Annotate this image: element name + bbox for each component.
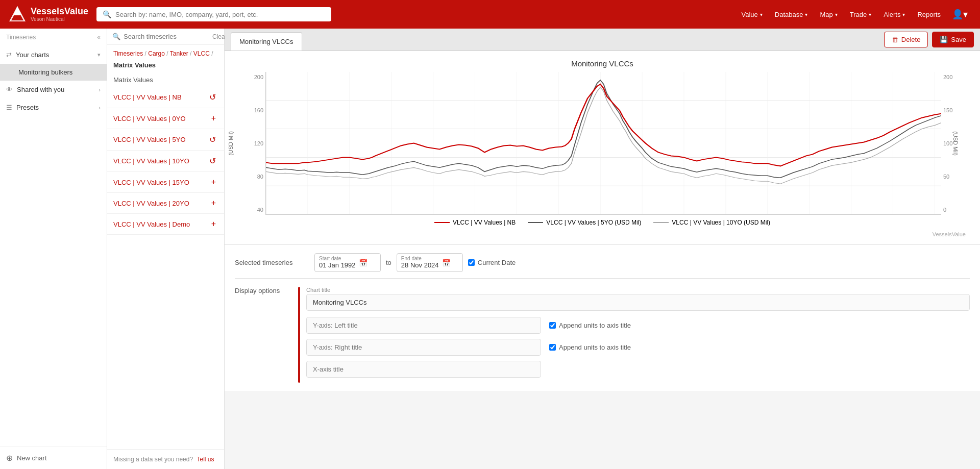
ts-sub-section: Matrix Values xyxy=(107,73,224,87)
breadcrumb: Timeseries / Cargo / Tanker / VLCC / xyxy=(107,45,224,59)
chart-tabs: Monitoring VLCCs xyxy=(231,29,884,51)
trash-icon: 🗑 xyxy=(892,36,898,43)
reset-icon[interactable]: ↺ xyxy=(207,91,218,103)
sidebar-item-presets[interactable]: ☰ Presets › xyxy=(0,98,107,116)
selected-timeseries-label: Selected timeseries xyxy=(235,259,306,266)
append-units-right-label[interactable]: Append units to axis title xyxy=(549,343,631,351)
chart-with-axes: (USD Mil) 40 80 120 160 200 xyxy=(233,72,972,215)
list-icon: ☰ xyxy=(6,104,12,111)
new-chart-button[interactable]: ⊕ New chart xyxy=(0,447,107,469)
ts-item[interactable]: VLCC | VV Values | 10YO ↺ xyxy=(107,151,224,172)
plus-icon: ⊕ xyxy=(6,453,13,463)
ts-missing: Missing a data set you need? Tell us xyxy=(107,449,224,469)
logo[interactable]: VesselsValue Veson Nautical xyxy=(8,5,88,23)
breadcrumb-cargo[interactable]: Cargo xyxy=(148,50,165,57)
global-search[interactable]: 🔍 xyxy=(96,7,331,21)
nav-reports[interactable]: Reports xyxy=(912,7,946,22)
ts-item[interactable]: VLCC | VV Values | 0YO + xyxy=(107,108,224,129)
chart-area: Monitoring VLCCs (USD Mil) 40 80 120 160… xyxy=(225,51,980,469)
chevron-down-icon: ▾ xyxy=(869,12,871,17)
y-axis-left-label: (USD Mil) xyxy=(233,72,247,215)
sidebar-collapse-button[interactable]: « xyxy=(97,34,101,41)
logo-icon xyxy=(8,5,27,23)
nav-database[interactable]: Database ▾ xyxy=(770,7,813,22)
save-icon: 💾 xyxy=(940,36,948,43)
chevron-down-icon: ▾ xyxy=(760,12,763,17)
chevron-down-icon: ▾ xyxy=(835,12,838,17)
ts-item[interactable]: VLCC | VV Values | 15YO + xyxy=(107,172,224,193)
current-date-checkbox[interactable] xyxy=(468,259,475,266)
chart-title: Monitoring VLCCs xyxy=(233,59,972,68)
nav-map[interactable]: Map ▾ xyxy=(815,7,842,22)
nav-alerts[interactable]: Alerts ▾ xyxy=(878,7,910,22)
nav-trade[interactable]: Trade ▾ xyxy=(845,7,876,22)
legend-item-10yo: VLCC | VV Values | 10YO (USD Mil) xyxy=(653,219,770,226)
tell-us-link[interactable]: Tell us xyxy=(197,456,214,463)
append-units-left-checkbox[interactable] xyxy=(549,322,556,329)
chart-title-input[interactable] xyxy=(306,294,970,311)
chevron-down-icon: ▾ xyxy=(902,12,905,17)
y-ticks-left: 40 80 120 160 200 xyxy=(249,72,265,215)
sidebar-item-label: Your charts xyxy=(16,51,93,59)
legend-item-nb: VLCC | VV Values | NB xyxy=(434,219,516,226)
eye-icon: 👁 xyxy=(6,86,13,93)
chevron-right-icon: › xyxy=(99,105,101,111)
append-units-right-checkbox[interactable] xyxy=(549,344,556,351)
display-options-label: Display options xyxy=(235,287,298,294)
sidebar-item-shared-with-you[interactable]: 👁 Shared with you › xyxy=(0,81,107,98)
ts-list: Matrix Values VLCC | VV Values | NB ↺ VL… xyxy=(107,73,224,449)
append-units-left-label[interactable]: Append units to axis title xyxy=(549,322,631,329)
reset-icon[interactable]: ↺ xyxy=(207,134,218,145)
reset-icon[interactable]: ↺ xyxy=(207,155,218,167)
chart-tab-monitoring-vlccs[interactable]: Monitoring VLCCs xyxy=(231,32,302,51)
sidebar-header: Timeseries « xyxy=(0,29,107,46)
nav-value[interactable]: Value ▾ xyxy=(737,7,768,22)
delete-button[interactable]: 🗑 Delete xyxy=(884,32,928,47)
ts-item[interactable]: VLCC | VV Values | NB ↺ xyxy=(107,87,224,108)
ts-search-input[interactable] xyxy=(124,33,209,40)
legend-line xyxy=(434,222,450,223)
x-axis-title-input[interactable] xyxy=(306,361,541,378)
save-button[interactable]: 💾 Save xyxy=(932,32,974,47)
chart-container: Monitoring VLCCs (USD Mil) 40 80 120 160… xyxy=(225,51,980,244)
main-content: Monitoring VLCCs 🗑 Delete 💾 Save Monitor… xyxy=(225,29,980,469)
sidebar-item-label: Presets xyxy=(16,104,94,111)
to-label: to xyxy=(386,259,391,266)
logo-main-text: VesselsValue xyxy=(31,7,88,17)
y-left-title-input[interactable] xyxy=(306,317,541,334)
search-icon: 🔍 xyxy=(103,10,111,18)
sidebar-title: Timeseries xyxy=(6,34,36,41)
breadcrumb-tanker[interactable]: Tanker xyxy=(170,50,188,57)
chart-title-wrap: Chart title xyxy=(306,287,970,311)
current-date-checkbox-label[interactable]: Current Date xyxy=(468,259,516,266)
display-options-section: Display options Chart title xyxy=(235,278,970,383)
breadcrumb-vlcc[interactable]: VLCC xyxy=(193,50,210,57)
add-icon[interactable]: + xyxy=(209,113,218,124)
breadcrumb-timeseries[interactable]: Timeseries xyxy=(113,50,143,57)
calendar-icon: 📅 xyxy=(359,259,368,267)
chevron-down-icon: ▾ xyxy=(97,52,101,58)
end-date-input[interactable]: End date 28 Nov 2024 📅 xyxy=(397,253,463,272)
top-nav: VesselsValue Veson Nautical 🔍 Value ▾ Da… xyxy=(0,0,980,29)
ts-item[interactable]: VLCC | VV Values | 20YO + xyxy=(107,193,224,214)
start-date-input[interactable]: Start date 01 Jan 1992 📅 xyxy=(314,253,381,272)
y-right-title-input[interactable] xyxy=(306,339,541,356)
ts-item[interactable]: VLCC | VV Values | Demo + xyxy=(107,214,224,235)
y-axis-right-label: (USD Mil) xyxy=(958,72,972,215)
timeseries-panel: 🔍 Clear Timeseries / Cargo / Tanker / VL… xyxy=(107,29,225,469)
add-icon[interactable]: + xyxy=(209,198,218,209)
add-icon[interactable]: + xyxy=(209,218,218,230)
selected-timeseries-row: Selected timeseries Start date 01 Jan 19… xyxy=(235,253,970,272)
chart-tab-bar: Monitoring VLCCs 🗑 Delete 💾 Save xyxy=(225,29,980,51)
sidebar-item-your-charts[interactable]: ⇄ Your charts ▾ xyxy=(0,46,107,64)
legend-item-5yo: VLCC | VV Values | 5YO (USD Mil) xyxy=(528,219,641,226)
add-icon[interactable]: + xyxy=(209,177,218,188)
search-input[interactable] xyxy=(115,11,325,18)
ts-item[interactable]: VLCC | VV Values | 5YO ↺ xyxy=(107,129,224,151)
chevron-down-icon: ▾ xyxy=(805,12,807,17)
ts-section-title: Matrix Values xyxy=(107,59,224,73)
chart-watermark: VesselsValue xyxy=(233,230,972,240)
sidebar-sub-monitoring-bulkers[interactable]: Monitoring bulkers xyxy=(0,64,107,81)
user-menu[interactable]: 👤▾ xyxy=(948,5,972,24)
sidebar-item-label: Shared with you xyxy=(17,86,94,93)
